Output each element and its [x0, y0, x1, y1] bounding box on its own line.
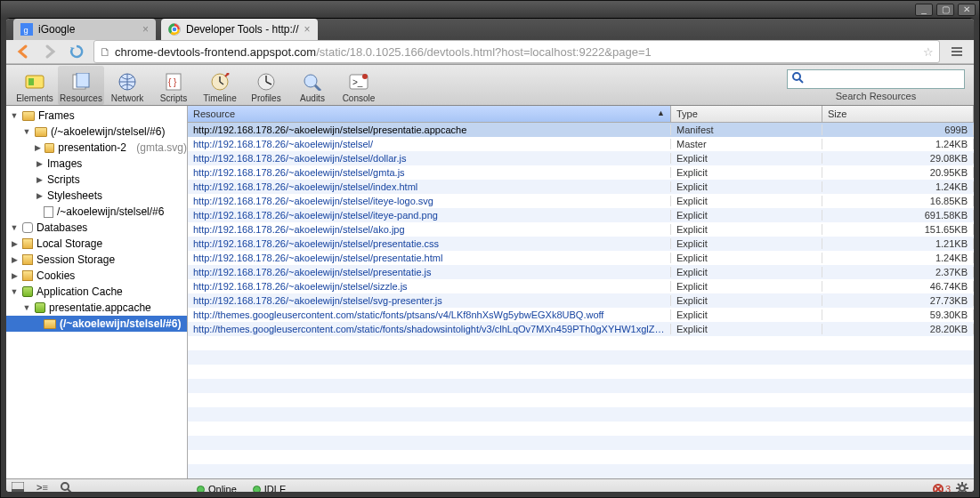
table-row[interactable]: http://themes.googleusercontent.com/stat…	[188, 322, 974, 336]
appcache-table: Resource▲ Type Size http://192.168.178.2…	[188, 106, 974, 478]
tree-frame-node[interactable]: ▼(/~akoelewijn/stelsel/#6)	[6, 124, 187, 140]
url-input[interactable]: 🗋 chrome-devtools-frontend.appspot.com/s…	[93, 40, 940, 63]
tab-strip: g iGoogle × Developer Tools - http:// ×	[6, 19, 974, 40]
settings-gear-icon[interactable]	[956, 482, 968, 492]
svg-line-34	[958, 484, 960, 486]
panel-button-network[interactable]: Network	[104, 66, 150, 105]
tree-appcache[interactable]: ▼Application Cache	[6, 284, 187, 300]
table-row[interactable]: http://192.168.178.26/~akoelewijn/stelse…	[188, 293, 974, 308]
svg-point-29	[960, 486, 965, 491]
cell-resource: http://themes.googleusercontent.com/stat…	[188, 324, 671, 334]
panel-button-audits[interactable]: Audits	[289, 66, 336, 105]
cell-size: 28.20KB	[822, 324, 974, 334]
tree-presentation2[interactable]: ▶presentation-2 (gmta.svg)	[6, 140, 187, 156]
table-row[interactable]: http://192.168.178.26/~akoelewijn/stelse…	[188, 237, 974, 251]
close-icon[interactable]: ×	[142, 23, 149, 36]
cell-size: 59.30KB	[822, 309, 974, 320]
error-count-badge[interactable]: 3	[933, 484, 951, 492]
window-maximize-button[interactable]: ▢	[936, 4, 954, 16]
dock-toggle-button[interactable]	[12, 482, 24, 492]
tree-frames[interactable]: ▼Frames	[6, 108, 187, 124]
table-row[interactable]: http://192.168.178.26/~akoelewijn/stelse…	[188, 137, 974, 151]
tree-manifest[interactable]: ▼presentatie.appcache	[6, 300, 187, 316]
panel-button-profiles[interactable]: Profiles	[243, 66, 289, 105]
database-icon	[22, 222, 33, 233]
search-icon	[791, 71, 804, 87]
search-caption: Search Resources	[836, 91, 917, 101]
panel-button-timeline[interactable]: Timeline	[197, 66, 243, 105]
tree-manifest-frame[interactable]: (/~akoelewijn/stelsel/#6)	[6, 316, 187, 332]
table-row[interactable]: http://192.168.178.26/~akoelewijn/stelse…	[188, 265, 974, 279]
search-input[interactable]	[807, 73, 960, 85]
toolbar-label: Audits	[300, 93, 325, 103]
table-row[interactable]: http://192.168.178.26/~akoelewijn/stelse…	[188, 222, 974, 237]
close-icon[interactable]: ×	[304, 23, 311, 36]
tree-localstorage[interactable]: ▶Local Storage	[6, 236, 187, 252]
table-row[interactable]: http://192.168.178.26/~akoelewijn/stelse…	[188, 194, 974, 208]
tree-databases[interactable]: ▼Databases	[6, 220, 187, 236]
panel-button-console[interactable]: >_Console	[336, 66, 382, 105]
search-resources-box[interactable]	[787, 69, 965, 89]
browser-tab-devtools[interactable]: Developer Tools - http:// ×	[161, 19, 318, 40]
forward-button[interactable]	[40, 42, 60, 61]
table-row[interactable]: http://themes.googleusercontent.com/stat…	[188, 308, 974, 322]
toolbar-label: Resources	[60, 93, 102, 103]
table-row[interactable]: http://192.168.178.26/~akoelewijn/stelse…	[188, 208, 974, 222]
panes: ▼Frames ▼(/~akoelewijn/stelsel/#6) ▶pres…	[6, 106, 974, 478]
cell-size: 1.24KB	[822, 181, 974, 192]
show-console-button[interactable]: >≡	[36, 482, 48, 492]
cell-size: 699B	[822, 124, 974, 135]
tree-label: Images	[47, 157, 82, 170]
cookies-icon	[22, 270, 33, 281]
cell-resource: http://192.168.178.26/~akoelewijn/stelse…	[188, 124, 671, 135]
site-info-icon[interactable]: 🗋	[100, 45, 111, 59]
column-header-size[interactable]: Size	[822, 106, 974, 122]
column-header-type[interactable]: Type	[671, 106, 822, 122]
browser-tab-igoogle[interactable]: g iGoogle ×	[13, 19, 156, 40]
table-row[interactable]: http://192.168.178.26/~akoelewijn/stelse…	[188, 279, 974, 293]
column-header-resource[interactable]: Resource▲	[188, 106, 671, 122]
table-row[interactable]: http://192.168.178.26/~akoelewijn/stelse…	[188, 123, 974, 137]
svg-point-15	[304, 75, 317, 87]
panel-button-scripts[interactable]: { }Scripts	[150, 66, 197, 105]
status-dot-icon	[253, 486, 261, 492]
wrench-menu-button[interactable]	[947, 42, 967, 61]
toolbar-label: Console	[343, 93, 376, 103]
tree-sessionstorage[interactable]: ▶Session Storage	[6, 252, 187, 268]
search-icon[interactable]	[61, 482, 72, 492]
tree-extra: (gmta.svg)	[136, 141, 187, 154]
panel-button-elements[interactable]: Elements	[12, 66, 58, 105]
reload-button[interactable]	[67, 42, 86, 61]
table-row[interactable]: http://192.168.178.26/~akoelewijn/stelse…	[188, 151, 974, 165]
cell-resource: http://192.168.178.26/~akoelewijn/stelse…	[188, 153, 671, 164]
status-online: Online	[197, 484, 237, 492]
toolbar-label: Timeline	[203, 93, 236, 103]
back-button[interactable]	[13, 42, 33, 61]
cell-resource: http://192.168.178.26/~akoelewijn/stelse…	[188, 295, 671, 306]
url-path: /static/18.0.1025.166/devtools.html?host…	[316, 45, 652, 59]
browser-window: _ ▢ ✕ g iGoogle × Developer Tools - http…	[0, 0, 980, 498]
tree-stylesheets[interactable]: ▶Stylesheets	[6, 188, 187, 204]
cell-resource: http://192.168.178.26/~akoelewijn/stelse…	[188, 238, 671, 249]
tree-document-leaf[interactable]: /~akoelewijn/stelsel/#6	[6, 204, 187, 220]
devtools-panel: Elements Resources Network { }Scripts Ti…	[6, 64, 974, 492]
table-row-empty	[188, 422, 974, 436]
tree-label: Scripts	[47, 173, 80, 186]
cell-type: Explicit	[671, 267, 822, 277]
table-row-empty	[188, 407, 974, 422]
table-row[interactable]: http://192.168.178.26/~akoelewijn/stelse…	[188, 165, 974, 180]
table-row[interactable]: http://192.168.178.26/~akoelewijn/stelse…	[188, 251, 974, 265]
window-minimize-button[interactable]: _	[915, 4, 933, 16]
tree-images[interactable]: ▶Images	[6, 156, 187, 172]
tree-cookies[interactable]: ▶Cookies	[6, 268, 187, 284]
tree-label: presentatie.appcache	[49, 301, 151, 314]
cell-size: 16.85KB	[822, 196, 974, 206]
bookmark-star-icon[interactable]: ☆	[923, 45, 934, 59]
svg-rect-23	[12, 489, 24, 492]
panel-button-resources[interactable]: Resources	[58, 66, 104, 105]
tree-scripts-folder[interactable]: ▶Scripts	[6, 172, 187, 188]
table-row-empty	[188, 393, 974, 407]
table-row-empty	[188, 350, 974, 365]
table-row[interactable]: http://192.168.178.26/~akoelewijn/stelse…	[188, 180, 974, 194]
window-close-button[interactable]: ✕	[958, 4, 976, 16]
